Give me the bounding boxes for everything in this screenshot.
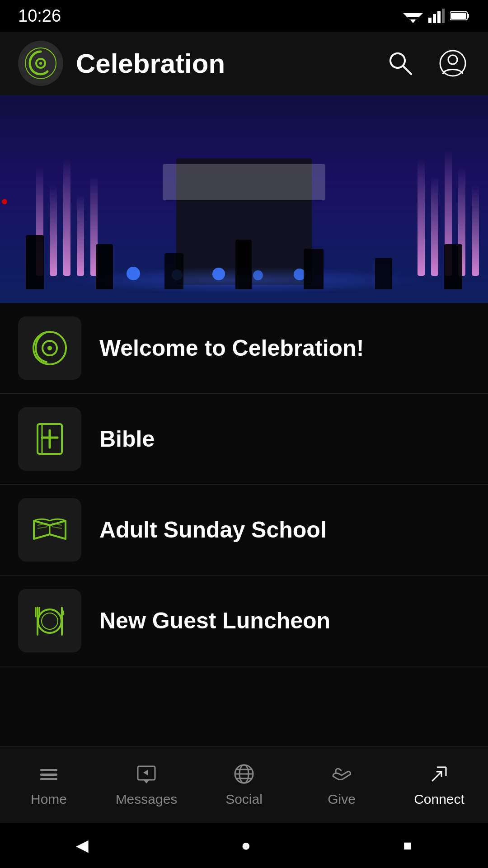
- menu-item-bible[interactable]: Bible: [0, 394, 488, 485]
- red-indicator: [2, 199, 7, 204]
- celebration-menu-icon: [29, 328, 70, 368]
- svg-line-51: [432, 772, 441, 781]
- bible-icon: [29, 419, 70, 459]
- nav-item-home[interactable]: Home: [0, 757, 98, 812]
- person-4: [235, 240, 252, 289]
- celebration-logo-icon: [24, 47, 57, 80]
- nav-item-social[interactable]: Social: [195, 757, 293, 812]
- back-icon: ◀: [76, 836, 89, 855]
- svg-rect-4: [433, 14, 436, 23]
- menu-item-welcome[interactable]: Welcome to Celebration!: [0, 303, 488, 394]
- svg-point-12: [39, 62, 42, 65]
- search-button[interactable]: [383, 46, 418, 80]
- hero-stage: [0, 95, 488, 303]
- wifi-icon: [403, 9, 423, 23]
- profile-icon: [439, 50, 466, 77]
- svg-line-14: [403, 66, 411, 74]
- bible-label: Bible: [99, 426, 155, 452]
- android-home-button[interactable]: ●: [241, 836, 251, 855]
- menu-list: Welcome to Celebration! Bible: [0, 303, 488, 788]
- give-nav-label: Give: [328, 792, 356, 807]
- app-bar: Celebration: [0, 32, 488, 95]
- open-book-icon: [29, 509, 70, 550]
- people-silhouettes: [0, 235, 488, 289]
- social-nav-label: Social: [225, 792, 263, 807]
- nav-item-connect[interactable]: Connect: [390, 757, 488, 812]
- profile-button[interactable]: [436, 46, 470, 80]
- person-6: [375, 258, 392, 289]
- svg-rect-32: [29, 600, 70, 641]
- app-title: Celebration: [76, 48, 225, 79]
- svg-marker-45: [143, 770, 148, 775]
- nav-item-messages[interactable]: Messages: [98, 757, 195, 812]
- menu-item-sunday-school[interactable]: Adult Sunday School: [0, 485, 488, 576]
- home-nav-icon: [38, 763, 60, 787]
- connect-nav-label: Connect: [414, 792, 465, 807]
- person-2: [96, 244, 113, 289]
- plate-fork-icon: [29, 600, 70, 641]
- messages-nav-icon: [135, 763, 158, 787]
- svg-rect-6: [442, 9, 445, 23]
- app-logo: [18, 41, 63, 86]
- signal-icon: [428, 9, 445, 23]
- battery-icon: [450, 10, 470, 21]
- hero-image: [0, 95, 488, 303]
- luncheon-label: New Guest Luncheon: [99, 608, 330, 634]
- svg-point-16: [448, 55, 457, 64]
- svg-rect-3: [428, 18, 432, 23]
- home-nav-label: Home: [31, 792, 67, 807]
- person-5: [304, 249, 324, 289]
- sunday-school-label: Adult Sunday School: [99, 517, 327, 543]
- svg-rect-5: [437, 11, 441, 23]
- sunday-school-icon-wrap: [18, 498, 81, 561]
- messages-nav-label: Messages: [116, 792, 178, 807]
- status-bar: 10:26: [0, 0, 488, 32]
- svg-rect-41: [40, 774, 57, 776]
- svg-rect-8: [467, 14, 469, 18]
- android-nav-bar: ◀ ● ■: [0, 823, 488, 868]
- hero-center-box: [163, 164, 325, 200]
- bottom-nav: Home Messages Social: [0, 746, 488, 823]
- app-bar-left: Celebration: [18, 41, 225, 86]
- status-time: 10:26: [18, 6, 61, 26]
- svg-rect-9: [451, 13, 466, 19]
- svg-marker-44: [143, 780, 150, 783]
- luncheon-icon-wrap: [18, 589, 81, 652]
- person-1: [26, 235, 44, 289]
- person-3: [164, 253, 183, 289]
- welcome-label: Welcome to Celebration!: [99, 335, 364, 361]
- recent-icon: ■: [403, 837, 412, 854]
- bible-icon-wrap: [18, 407, 81, 471]
- svg-rect-42: [40, 778, 57, 780]
- person-7: [444, 244, 462, 289]
- svg-point-20: [47, 346, 52, 350]
- social-nav-icon: [233, 763, 255, 787]
- status-icons: [403, 9, 470, 23]
- search-icon: [387, 50, 414, 77]
- menu-item-luncheon[interactable]: New Guest Luncheon: [0, 576, 488, 666]
- welcome-icon-wrap: [18, 316, 81, 380]
- home-icon: ●: [241, 836, 251, 855]
- svg-rect-40: [40, 769, 57, 771]
- connect-nav-icon: [428, 763, 450, 787]
- svg-marker-2: [410, 19, 416, 23]
- nav-item-give[interactable]: Give: [293, 757, 390, 812]
- give-nav-icon: [330, 763, 353, 787]
- app-bar-right: [383, 46, 470, 80]
- android-back-button[interactable]: ◀: [76, 836, 89, 855]
- android-recent-button[interactable]: ■: [403, 837, 412, 854]
